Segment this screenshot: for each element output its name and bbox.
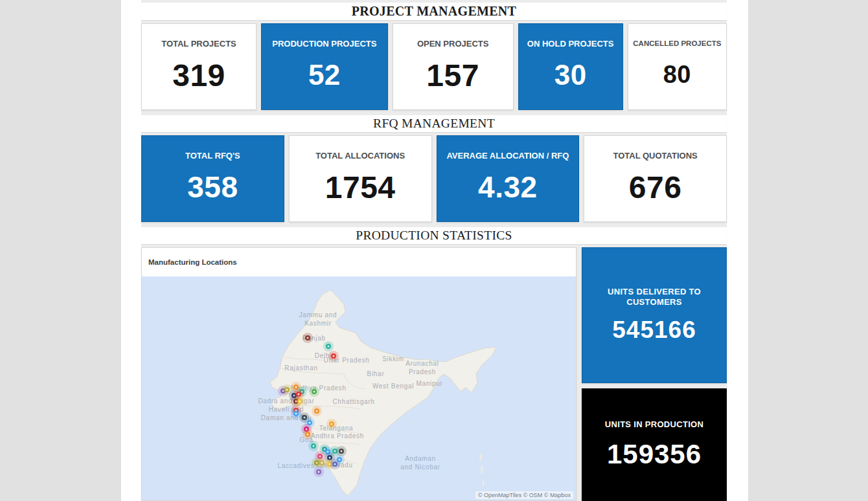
location-marker-core (286, 389, 288, 391)
units-kpi-card[interactable]: UNITS IN PRODUCTION159356 (582, 388, 727, 501)
project-kpi-row: TOTAL PROJECTS319PRODUCTION PROJECTS52OP… (141, 23, 727, 110)
kpi-card-value: 157 (426, 49, 479, 109)
section-title-project-management: PROJECT MANAGEMENT (141, 3, 727, 20)
location-marker-core (328, 346, 330, 348)
location-marker-core (313, 445, 315, 447)
location-marker[interactable] (309, 386, 319, 397)
kpi-card-value: 80 (663, 48, 691, 109)
map-attribution[interactable]: © OpenMapTiles © OSM © Mapbox (475, 491, 573, 499)
location-marker[interactable] (326, 419, 337, 429)
kpi-card-label: TOTAL RFQ'S (181, 151, 244, 161)
location-marker-core (341, 451, 343, 452)
kpi-card-value: 319 (172, 49, 225, 109)
units-kpi-value: 545166 (612, 317, 696, 344)
location-marker-core (295, 386, 297, 388)
units-kpi-card[interactable]: UNITS DELIVERED TO CUSTOMERS545166 (582, 247, 727, 383)
india-map[interactable]: Jammu and KashmirPunjabDelhiUttar Prades… (142, 276, 576, 500)
location-marker[interactable] (328, 351, 339, 361)
kpi-card[interactable]: ON HOLD PROJECTS30 (518, 23, 623, 110)
report-sheet: PROJECT MANAGEMENT TOTAL PROJECTS319PROD… (121, 0, 748, 501)
location-marker-core (307, 337, 309, 339)
location-marker-core (299, 401, 301, 403)
location-marker[interactable] (330, 459, 340, 469)
kpi-card[interactable]: PRODUCTION PROJECTS52 (261, 23, 388, 110)
kpi-card[interactable]: TOTAL RFQ'S358 (141, 135, 284, 222)
units-kpi-column: UNITS DELIVERED TO CUSTOMERS545166UNITS … (582, 247, 727, 501)
kpi-card-value: 4.32 (478, 161, 538, 221)
location-marker-core (321, 462, 323, 464)
units-kpi-label: UNITS IN PRODUCTION (600, 419, 709, 430)
kpi-card-label: ON HOLD PROJECTS (523, 39, 618, 49)
kpi-card-label: OPEN PROJECTS (413, 39, 493, 49)
map-title: Manufacturing Locations (142, 248, 576, 276)
kpi-card[interactable]: TOTAL ALLOCATIONS1754 (289, 135, 432, 222)
india-map-shape (142, 276, 576, 500)
section-title-rfq-management: RFQ MANAGEMENT (141, 115, 727, 132)
location-marker-core (318, 471, 320, 473)
kpi-card-value: 52 (308, 49, 341, 109)
kpi-card[interactable]: OPEN PROJECTS157 (393, 23, 514, 110)
location-marker[interactable] (323, 341, 334, 351)
kpi-card-value: 358 (187, 161, 238, 221)
location-marker[interactable] (312, 406, 322, 416)
location-marker[interactable] (303, 333, 313, 343)
units-kpi-label: UNITS DELIVERED TO CUSTOMERS (582, 287, 726, 307)
location-marker-core (295, 413, 297, 415)
location-marker-core (298, 394, 300, 395)
kpi-card[interactable]: TOTAL QUOTATIONS676 (584, 135, 727, 222)
kpi-card-value: 676 (629, 161, 682, 221)
location-marker-core (333, 355, 335, 357)
location-marker[interactable] (308, 441, 319, 451)
manufacturing-locations-panel: Manufacturing Locations (141, 247, 577, 501)
kpi-card[interactable]: AVERAGE ALLOCATION / RFQ4.32 (437, 135, 580, 222)
kpi-card-value: 1754 (325, 161, 396, 221)
location-marker[interactable] (314, 467, 324, 477)
kpi-card[interactable]: TOTAL PROJECTS319 (141, 23, 257, 110)
location-marker-core (314, 391, 315, 393)
location-marker-core (307, 434, 309, 436)
location-marker-core (319, 456, 321, 458)
units-kpi-value: 159356 (607, 439, 702, 470)
dashboard-canvas: PROJECT MANAGEMENT TOTAL PROJECTS319PROD… (141, 0, 727, 501)
kpi-card[interactable]: CANCELLED PROJECTS80 (628, 23, 727, 110)
kpi-card-label: TOTAL PROJECTS (157, 39, 240, 49)
kpi-card-label: TOTAL ALLOCATIONS (312, 151, 409, 161)
kpi-card-label: PRODUCTION PROJECTS (268, 39, 380, 49)
production-statistics-section: Manufacturing Locations (141, 247, 727, 501)
location-marker-core (304, 417, 306, 419)
kpi-card-value: 30 (554, 49, 587, 109)
location-marker-core (334, 463, 336, 465)
location-marker-core (309, 422, 311, 424)
kpi-card-label: AVERAGE ALLOCATION / RFQ (442, 151, 573, 161)
location-marker-core (331, 423, 333, 425)
rfq-kpi-row: TOTAL RFQ'S358TOTAL ALLOCATIONS1754AVERA… (141, 135, 727, 222)
kpi-card-label: TOTAL QUOTATIONS (610, 151, 702, 161)
section-title-production-statistics: PRODUCTION STATISTICS (141, 227, 727, 244)
location-marker[interactable] (303, 429, 313, 440)
kpi-card-label: CANCELLED PROJECTS (629, 39, 725, 48)
location-marker-core (316, 410, 318, 412)
